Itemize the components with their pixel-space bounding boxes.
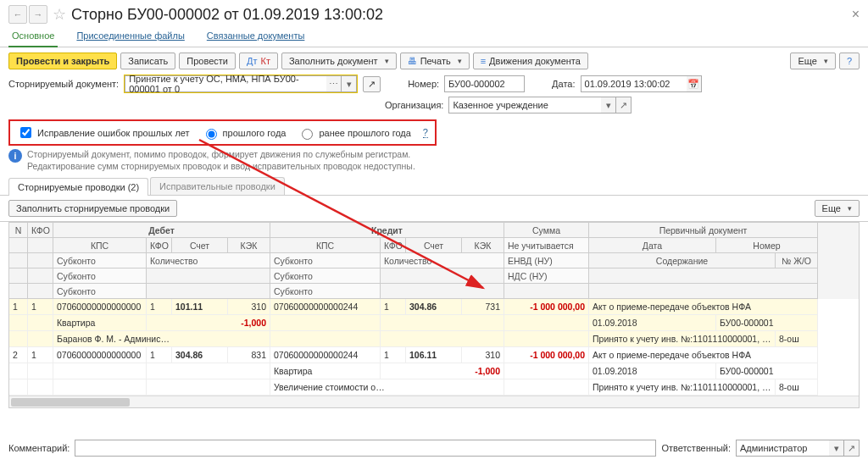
c-sub2: Баранов Ф. М. - Админис… [53, 331, 270, 347]
c-sum: -1 000 000,00 [504, 347, 589, 363]
c-n: 1 [9, 299, 28, 315]
c-ckps: 07060000000000244 [270, 299, 381, 315]
dtkt-button[interactable]: ДтКт [239, 53, 278, 69]
fill-doc-button[interactable]: Заполнить документ [281, 53, 397, 69]
save-button[interactable]: Записать [120, 53, 175, 69]
h-scrollbar[interactable] [9, 396, 859, 407]
nav-fwd[interactable]: → [29, 5, 47, 24]
table-row[interactable]: Баранов Ф. М. - Админис… Принято к учету… [9, 331, 859, 347]
c-date: 01.09.2018 [589, 315, 716, 331]
navtab-linked[interactable]: Связанные документы [203, 25, 309, 47]
org-dd[interactable]: ▾ [601, 97, 616, 113]
c-ckfo: 1 [381, 347, 406, 363]
storno-doc-input[interactable]: Принятие к учету ОС, НМА, НПА БУ00-00000… [125, 75, 326, 92]
h-d-sub2: Субконто [53, 268, 147, 284]
table-row[interactable]: Квартира -1,000 01.09.2018 БУ00-000001 [9, 315, 859, 331]
correction-cb-label: Исправление ошибок прошлых лет [37, 128, 190, 138]
c-zo: 8-ош [776, 379, 818, 396]
info-line1: Сторнируемый документ, помимо проводок, … [27, 149, 415, 161]
post-button[interactable]: Провести [179, 53, 236, 69]
h-c-kek: КЭК [462, 238, 504, 253]
radio-last-year[interactable]: прошлого года [202, 126, 287, 140]
correction-checkbox[interactable]: Исправление ошибок прошлых лет [17, 125, 190, 141]
number-input[interactable]: БУ00-000002 [444, 75, 525, 92]
radio-earlier[interactable]: ранее прошлого года [298, 126, 410, 140]
c-zo: 8-ош [776, 331, 818, 347]
h-envd: ЕНВД (НУ) [504, 253, 589, 268]
moves-button[interactable]: ≡Движения документа [473, 53, 588, 69]
resp-open[interactable]: ↗ [844, 440, 860, 457]
radio-last-year-input[interactable] [206, 129, 217, 140]
c-dacct: 304.86 [172, 347, 228, 363]
tab-storno[interactable]: Сторнируемые проводки (2) [8, 178, 148, 196]
help-button[interactable]: ? [839, 53, 860, 69]
c-ckfo: 1 [381, 299, 406, 315]
storno-dd[interactable]: ▾ [342, 75, 357, 92]
org-input[interactable]: Казенное учреждение [448, 97, 601, 113]
org-group: Казенное учреждение ▾ ↗ [448, 97, 632, 113]
info-line2: Редактирование сумм сторнируемых проводо… [27, 161, 415, 173]
close-icon[interactable]: × [852, 7, 860, 22]
resp-input[interactable]: Администратор [736, 440, 829, 457]
tab-correct[interactable]: Исправительные проводки [150, 177, 285, 195]
post-close-button[interactable]: Провести и закрыть [8, 53, 117, 69]
nav-back[interactable]: ← [8, 5, 27, 24]
h-d-kps: КПС [53, 238, 147, 253]
h-debit: Дебет [53, 223, 270, 238]
c-cqty: -1,000 [381, 363, 504, 379]
radio-last-year-label: прошлого года [223, 128, 287, 138]
c-content: Принято к учету инв. №:1101110000001, Кв… [589, 379, 776, 396]
h-c-qty: Количество [381, 253, 504, 268]
c-cacct: 304.86 [406, 299, 462, 315]
h-c-kps: КПС [270, 238, 381, 253]
c-cacct: 106.11 [406, 347, 462, 363]
c-dkek: 831 [228, 347, 270, 363]
correction-block: Исправление ошибок прошлых лет прошлого … [8, 119, 437, 146]
open-ref-button[interactable]: ↗ [363, 76, 381, 92]
c-dkek: 310 [228, 299, 270, 315]
table-row[interactable]: Квартира -1,000 01.09.2018 БУ00-000001 [9, 363, 859, 379]
comment-input[interactable] [75, 440, 656, 457]
c-date: 01.09.2018 [589, 363, 716, 379]
date-input[interactable]: 01.09.2019 13:00:02 [581, 75, 687, 92]
h-kfo: КФО [28, 223, 53, 238]
more-button[interactable]: Еще [790, 53, 835, 69]
c-ckek: 731 [462, 299, 504, 315]
h-nds: НДС (НУ) [504, 268, 589, 284]
storno-dots[interactable]: ⋯ [326, 75, 342, 92]
subbar-more[interactable]: Еще [815, 200, 860, 217]
radio-earlier-input[interactable] [302, 129, 313, 140]
h-num: Номер [716, 238, 818, 253]
c-dkfo: 1 [147, 347, 172, 363]
storno-doc-label: Сторнируемый документ: [8, 79, 119, 89]
org-open[interactable]: ↗ [616, 97, 632, 113]
resp-dd[interactable]: ▾ [829, 440, 844, 457]
table-row[interactable]: 2 1 07060000000000000 1 304.86 831 07060… [9, 347, 859, 363]
star-icon[interactable]: ☆ [53, 5, 66, 24]
table-row[interactable]: Увеличение стоимости о… Принято к учету … [9, 379, 859, 396]
calendar-icon[interactable]: 📅 [687, 75, 702, 92]
c-num: БУ00-000001 [716, 363, 818, 379]
correction-cb-input[interactable] [20, 127, 31, 138]
navtab-files[interactable]: Присоединенные файлы [73, 25, 187, 47]
c-csub2: Увеличение стоимости о… [270, 379, 504, 396]
grid-body[interactable]: 1 1 07060000000000000 1 101.11 310 07060… [9, 299, 859, 396]
h-c-acct: Счет [406, 238, 462, 253]
fill-entries-button[interactable]: Заполнить сторнируемые проводки [8, 200, 177, 217]
table-row[interactable]: 1 1 07060000000000000 1 101.11 310 07060… [9, 299, 859, 315]
resp-group: Администратор ▾ ↗ [736, 440, 860, 457]
c-kfo: 1 [28, 299, 53, 315]
navtab-main[interactable]: Основное [8, 25, 58, 47]
page-title: Сторно БУ00-000002 от 01.09.2019 13:00:0… [71, 6, 383, 24]
h-d-acct: Счет [172, 238, 228, 253]
h-zo: № Ж/О [776, 253, 818, 268]
correction-help[interactable]: ? [423, 127, 428, 138]
h-credit: Кредит [270, 223, 504, 238]
c-csub1: Квартира [270, 363, 381, 379]
c-dkfo: 1 [147, 299, 172, 315]
scroll-thumb[interactable] [11, 398, 130, 407]
number-label: Номер: [408, 79, 439, 89]
h-content: Содержание [589, 253, 776, 268]
print-button[interactable]: 🖶Печать [400, 53, 470, 69]
h-c-kfo2: КФО [381, 238, 406, 253]
